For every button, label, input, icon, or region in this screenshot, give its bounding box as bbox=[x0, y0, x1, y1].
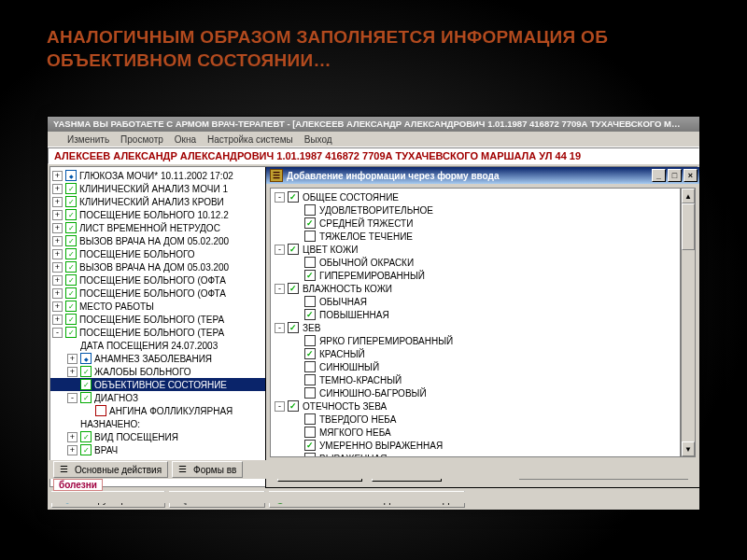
tree-item[interactable]: ОБЪЕКТИВНОЕ СОСТОЯНИЕ bbox=[50, 378, 265, 391]
symptom-item[interactable]: УМЕРЕННО ВЫРАЖЕННАЯ bbox=[271, 439, 680, 452]
menu-edit[interactable]: Изменить bbox=[53, 133, 109, 145]
input-forms-button[interactable]: ☰Формы вв bbox=[172, 461, 243, 478]
checkbox[interactable] bbox=[304, 257, 316, 268]
symptom-item[interactable]: ВЫРАЖЕННАЯ bbox=[271, 452, 680, 457]
checkbox[interactable] bbox=[288, 283, 299, 294]
symptom-item[interactable]: СИНЮШНО-БАГРОВЫЙ bbox=[271, 386, 680, 399]
tree-item[interactable]: +КЛИНИЧЕСКИЙ АНАЛИЗ МОЧИ 1 bbox=[50, 182, 265, 195]
expand-toggle[interactable]: + bbox=[67, 354, 78, 364]
symptom-item[interactable]: КРАСНЫЙ bbox=[271, 347, 680, 360]
expand-toggle[interactable]: - bbox=[275, 323, 285, 333]
checkbox[interactable] bbox=[304, 413, 316, 425]
checkbox[interactable] bbox=[304, 270, 316, 281]
symptom-item[interactable]: ТВЕРДОГО НЕБА bbox=[271, 413, 680, 426]
checkbox[interactable] bbox=[304, 348, 316, 359]
expand-toggle[interactable]: - bbox=[52, 328, 63, 338]
checkbox[interactable] bbox=[288, 400, 299, 412]
expand-toggle[interactable]: - bbox=[275, 245, 285, 255]
expand-toggle[interactable]: + bbox=[52, 210, 63, 220]
symptom-item[interactable]: МЯГКОГО НЕБА bbox=[271, 426, 680, 439]
symptom-item[interactable]: ТЯЖЕЛОЕ ТЕЧЕНИЕ bbox=[271, 230, 680, 243]
tree-item[interactable]: +ПОСЕЩЕНИЕ БОЛЬНОГО (ТЕРА bbox=[50, 313, 265, 326]
dialog-scrollbar[interactable]: ▲ ▼ bbox=[681, 188, 696, 457]
checkbox[interactable] bbox=[304, 309, 316, 320]
tree-item[interactable]: +ВЫЗОВ ВРАЧА НА ДОМ 05.03.200 bbox=[50, 260, 265, 273]
checkbox[interactable] bbox=[304, 387, 316, 399]
checkbox[interactable] bbox=[304, 374, 316, 385]
checkbox[interactable] bbox=[304, 427, 316, 438]
minimize-button[interactable]: _ bbox=[652, 169, 666, 182]
expand-toggle[interactable]: + bbox=[52, 197, 63, 207]
menu-windows[interactable]: Окна bbox=[175, 133, 196, 145]
expand-toggle[interactable]: + bbox=[52, 262, 63, 273]
expand-toggle[interactable]: + bbox=[67, 432, 78, 442]
tree-item[interactable]: +ВРАЧ bbox=[50, 443, 265, 456]
tree-item[interactable]: ДАТА ПОСЕЩЕНИЯ 24.07.2003 bbox=[50, 339, 265, 352]
tree-item[interactable]: +ВИД ПОСЕЩЕНИЯ bbox=[50, 430, 265, 443]
expand-toggle[interactable]: + bbox=[67, 367, 78, 377]
tree-item[interactable]: -ДИАГНОЗ bbox=[50, 391, 265, 404]
scroll-down-button[interactable]: ▼ bbox=[682, 441, 695, 456]
expand-toggle[interactable]: + bbox=[52, 288, 63, 299]
tree-item[interactable]: +ГЛЮКОЗА МОЧИ* 10.11.2002 17:02 bbox=[50, 169, 265, 182]
expand-toggle[interactable]: - bbox=[275, 401, 285, 412]
tree-item[interactable]: +МЕСТО РАБОТЫ bbox=[50, 300, 265, 313]
symptom-item[interactable]: -ВЛАЖНОСТЬ КОЖИ bbox=[271, 282, 680, 295]
expand-toggle[interactable]: + bbox=[52, 184, 63, 194]
restore-button[interactable]: □ bbox=[668, 169, 682, 182]
expand-toggle[interactable]: + bbox=[52, 171, 63, 181]
scroll-up-button[interactable]: ▲ bbox=[682, 189, 695, 203]
symptom-item[interactable]: ОБЫЧНОЙ ОКРАСКИ bbox=[271, 256, 680, 269]
symptom-item[interactable]: УДОВЛЕТВОРИТЕЛЬНОЕ bbox=[271, 203, 680, 217]
expand-toggle[interactable]: - bbox=[275, 284, 285, 294]
tree-item[interactable]: НАЗНАЧЕНО: bbox=[50, 417, 265, 430]
checkbox[interactable] bbox=[288, 191, 299, 203]
checkbox[interactable] bbox=[304, 204, 316, 216]
checkbox[interactable] bbox=[304, 231, 316, 242]
tree-item[interactable]: +ЖАЛОБЫ БОЛЬНОГО bbox=[50, 365, 265, 378]
disease-tag[interactable]: болезни bbox=[53, 479, 103, 491]
record-tree[interactable]: +ГЛЮКОЗА МОЧИ* 10.11.2002 17:02+КЛИНИЧЕС… bbox=[50, 167, 265, 486]
tree-item[interactable]: -ПОСЕЩЕНИЕ БОЛЬНОГО (ТЕРА bbox=[50, 326, 265, 339]
symptom-item[interactable]: ПОВЫШЕННАЯ bbox=[271, 308, 680, 321]
symptom-item[interactable]: ЯРКО ГИПЕРЕМИРОВАННЫЙ bbox=[271, 334, 680, 347]
tree-item[interactable]: АНГИНА ФОЛЛИКУЛЯРНАЯ bbox=[50, 404, 265, 417]
expand-toggle[interactable]: + bbox=[67, 445, 78, 455]
expand-toggle[interactable]: - bbox=[67, 393, 78, 403]
symptom-item[interactable]: СРЕДНЕЙ ТЯЖЕСТИ bbox=[271, 217, 680, 230]
checkbox[interactable] bbox=[304, 217, 316, 229]
checkbox[interactable] bbox=[304, 361, 316, 372]
checkbox[interactable] bbox=[288, 244, 299, 255]
tree-item[interactable]: +КЛИНИЧЕСКИЙ АНАЛИЗ КРОВИ bbox=[50, 195, 265, 208]
checkbox[interactable] bbox=[304, 335, 316, 346]
menu-exit[interactable]: Выход bbox=[304, 133, 332, 145]
expand-toggle[interactable]: + bbox=[52, 236, 63, 246]
expand-toggle[interactable]: + bbox=[52, 249, 63, 259]
scroll-thumb[interactable] bbox=[682, 203, 695, 250]
expand-toggle[interactable]: + bbox=[52, 223, 63, 233]
symptom-item[interactable]: СИНЮШНЫЙ bbox=[271, 360, 680, 373]
symptom-item[interactable]: -ЗЕВ bbox=[271, 321, 680, 334]
symptom-item[interactable]: -ОБЩЕЕ СОСТОЯНИЕ bbox=[271, 190, 680, 203]
tree-item[interactable]: +ПОСЕЩЕНИЕ БОЛЬНОГО (ОФТА bbox=[50, 287, 265, 300]
symptom-item[interactable]: ТЕМНО-КРАСНЫЙ bbox=[271, 373, 680, 386]
checkbox[interactable] bbox=[288, 322, 299, 333]
symptom-item[interactable]: ГИПЕРЕМИРОВАННЫЙ bbox=[271, 269, 680, 282]
tree-item[interactable]: +ЛИСТ ВРЕМЕННОЙ НЕТРУДОС bbox=[50, 221, 265, 234]
symptom-item[interactable]: -ОТЕЧНОСТЬ ЗЕВА bbox=[271, 399, 680, 413]
main-actions-button[interactable]: ☰Основные действия bbox=[53, 461, 168, 478]
symptom-item[interactable]: -ЦВЕТ КОЖИ bbox=[271, 243, 680, 256]
tree-item[interactable]: +ПОСЕЩЕНИЕ БОЛЬНОГО 10.12.2 bbox=[50, 208, 265, 221]
checkbox[interactable] bbox=[304, 440, 316, 451]
symptom-item[interactable]: ОБЫЧНАЯ bbox=[271, 295, 680, 308]
checkbox[interactable] bbox=[304, 296, 316, 307]
expand-toggle[interactable]: - bbox=[275, 192, 285, 203]
menu-view[interactable]: Просмотр bbox=[120, 133, 163, 145]
tree-item[interactable]: +ВЫЗОВ ВРАЧА НА ДОМ 05.02.200 bbox=[50, 234, 265, 247]
menu-settings[interactable]: Настройка системы bbox=[207, 133, 293, 145]
expand-toggle[interactable]: + bbox=[52, 275, 63, 286]
expand-toggle[interactable]: + bbox=[52, 301, 63, 312]
checkbox[interactable] bbox=[304, 453, 316, 457]
symptom-tree[interactable]: -ОБЩЕЕ СОСТОЯНИЕУДОВЛЕТВОРИТЕЛЬНОЕСРЕДНЕ… bbox=[270, 188, 681, 457]
close-button[interactable]: × bbox=[684, 169, 698, 182]
